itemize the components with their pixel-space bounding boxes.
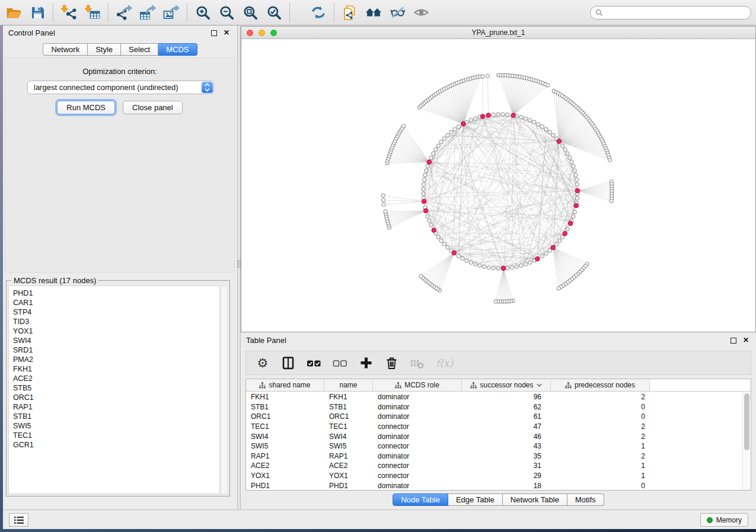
zoom-selected-icon <box>266 5 282 20</box>
table-panel-close-button[interactable]: ✕ <box>743 336 749 344</box>
network-window-titlebar[interactable]: YPA_prune.txt_1 <box>241 27 755 39</box>
settings-button[interactable]: ⚙ <box>256 355 270 371</box>
scrollbar-thumb[interactable] <box>744 393 749 450</box>
mcds-result-item[interactable]: CAR1 <box>13 298 219 307</box>
mcds-result-item[interactable]: RAP1 <box>13 402 219 412</box>
mcds-result-item[interactable]: STB5 <box>13 383 219 393</box>
column-header-name[interactable]: name <box>324 379 373 391</box>
window-close-icon[interactable] <box>247 30 253 36</box>
import-table-icon <box>84 5 101 21</box>
show-hide-eye-button[interactable] <box>412 4 430 21</box>
delete-row-button[interactable] <box>384 355 398 371</box>
node-table-scrollbar[interactable] <box>742 392 751 490</box>
control-panel-float-button[interactable] <box>211 30 217 36</box>
mcds-result-item[interactable]: ORC1 <box>13 393 219 402</box>
cell-name: ORC1 <box>324 412 373 421</box>
column-header-mcds-role[interactable]: MCDS role <box>373 379 462 391</box>
control-panel-close-button[interactable]: ✕ <box>224 28 229 37</box>
table-row[interactable]: TEC1TEC1connector472 <box>246 422 742 432</box>
sort-icon <box>537 383 542 387</box>
toggle-graphics-details-button[interactable] <box>388 4 406 21</box>
zoom-fit-icon <box>243 5 258 20</box>
table-row[interactable]: RAP1RAP1dominator352 <box>246 451 742 462</box>
cell-mcds-role: dominator <box>373 393 462 401</box>
mcds-result-item[interactable]: SRD1 <box>13 345 219 355</box>
tab-style[interactable]: Style <box>88 43 121 56</box>
window-minimize-icon[interactable] <box>259 30 265 36</box>
mcds-result-item[interactable]: PMA2 <box>13 355 219 364</box>
home-button[interactable] <box>365 4 382 21</box>
import-network-icon <box>60 5 78 21</box>
tab-motifs[interactable]: Motifs <box>567 493 604 506</box>
export-image-button[interactable] <box>162 4 180 21</box>
add-row-button[interactable] <box>359 355 373 371</box>
import-network-button[interactable] <box>60 4 78 21</box>
zoom-out-button[interactable] <box>218 4 235 21</box>
network-canvas[interactable] <box>241 40 755 332</box>
table-row[interactable]: YOX1YOX1connector291 <box>246 471 742 481</box>
mcds-result-scrollbar[interactable] <box>221 286 228 494</box>
zoom-selected-button[interactable] <box>265 4 283 21</box>
search-input[interactable] <box>606 7 751 18</box>
table-panel-float-button[interactable] <box>731 338 736 344</box>
node-table-rows: FKH1FKH1dominator962STB1STB1dominator620… <box>246 392 742 490</box>
cell-shared-name: TEC1 <box>246 422 324 431</box>
node-table-header: shared namenameMCDS rolesuccessor nodesp… <box>246 379 751 392</box>
export-network-button[interactable] <box>115 4 133 21</box>
deselect-all-button[interactable] <box>333 355 347 371</box>
tab-network[interactable]: Network <box>43 43 88 56</box>
column-header-shared-name[interactable]: shared name <box>246 379 324 391</box>
mcds-result-item[interactable]: ACE2 <box>13 374 219 383</box>
delete-table-button[interactable] <box>410 355 425 371</box>
table-row[interactable]: ACE2ACE2connector311 <box>246 461 742 471</box>
run-mcds-button[interactable]: Run MCDS <box>57 101 115 114</box>
zoom-out-icon <box>219 5 234 20</box>
mcds-result-item[interactable]: TID3 <box>13 317 219 326</box>
mcds-result-item[interactable]: PHD1 <box>13 289 219 298</box>
task-history-button[interactable] <box>9 513 28 527</box>
window-zoom-icon[interactable] <box>270 30 277 36</box>
zoom-in-button[interactable] <box>194 4 212 21</box>
dominator-node <box>422 199 426 204</box>
table-row[interactable]: ORC1ORC1dominator610 <box>246 412 742 422</box>
tab-network-table[interactable]: Network Table <box>503 493 567 506</box>
mcds-result-item[interactable]: STP4 <box>13 307 219 317</box>
export-table-button[interactable] <box>139 4 157 21</box>
split-column-button[interactable] <box>281 355 295 371</box>
workspace: Control Panel ✕ NetworkStyleSelectMCDS O… <box>3 25 756 509</box>
cell-mcds-role: dominator <box>373 403 462 411</box>
mcds-result-item[interactable]: SWI5 <box>13 421 219 431</box>
table-row[interactable]: FKH1FKH1dominator962 <box>246 392 742 402</box>
open-file-button[interactable] <box>5 4 23 21</box>
memory-button[interactable]: Memory <box>700 513 748 527</box>
mcds-result-item[interactable]: SWI4 <box>13 336 219 345</box>
tab-select[interactable]: Select <box>121 43 158 56</box>
mcds-result-item[interactable]: GCR1 <box>13 440 219 450</box>
tab-node-table[interactable]: Node Table <box>393 493 448 506</box>
duplicate-network-icon <box>342 5 358 21</box>
table-row[interactable]: STB1STB1dominator620 <box>246 402 742 412</box>
column-header-predecessor-nodes[interactable]: predecessor nodes <box>551 379 650 391</box>
optimization-criterion-select[interactable]: largest connected component (undirected) <box>27 81 214 94</box>
table-row[interactable]: PHD1PHD1dominator180 <box>246 480 742 490</box>
mcds-result-item[interactable]: FKH1 <box>13 364 219 374</box>
cell-predecessor-nodes: 1 <box>551 462 650 470</box>
mcds-result-item[interactable]: TEC1 <box>13 431 219 440</box>
column-header-successor-nodes[interactable]: successor nodes <box>462 379 551 391</box>
tab-edge-table[interactable]: Edge Table <box>448 493 503 506</box>
save-session-button[interactable] <box>28 4 46 21</box>
table-row[interactable]: SWI5SWI5connector431 <box>246 441 742 451</box>
main-toolbar <box>0 0 756 25</box>
close-panel-button[interactable]: Close panel <box>123 101 183 114</box>
mcds-result-item[interactable]: YOX1 <box>13 326 219 336</box>
function-builder-button[interactable]: f(x) <box>436 355 453 371</box>
tab-mcds[interactable]: MCDS <box>158 43 197 56</box>
duplicate-network-button[interactable] <box>341 4 359 21</box>
table-row[interactable]: SWI4SWI4dominator462 <box>246 431 742 441</box>
select-all-button[interactable] <box>307 355 321 371</box>
cell-shared-name: SWI5 <box>246 442 324 450</box>
mcds-result-item[interactable]: STB1 <box>13 412 219 421</box>
refresh-button[interactable] <box>310 4 327 21</box>
import-table-button[interactable] <box>84 4 101 21</box>
zoom-fit-button[interactable] <box>241 4 259 21</box>
